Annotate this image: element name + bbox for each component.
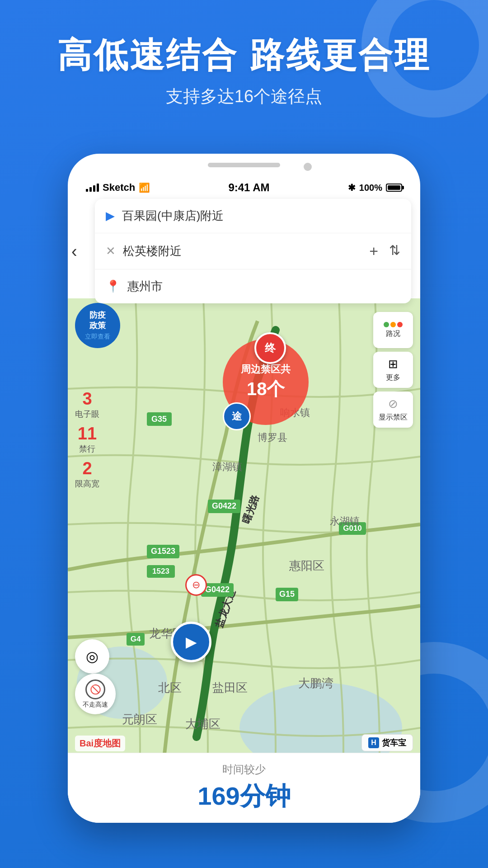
bottom-time: 169分钟: [197, 779, 290, 814]
svg-text:盐田区: 盐田区: [212, 681, 248, 694]
huochebao-icon: H: [368, 737, 379, 748]
huochebao-logo: H 货车宝: [361, 734, 413, 751]
layers-icon: ⊞: [388, 357, 398, 371]
svg-text:G4: G4: [131, 635, 141, 643]
traffic-label: 路况: [386, 329, 400, 339]
sub-headline: 支持多达16个途径点: [27, 85, 461, 108]
route-bar: ‹ ▶ 百果园(中康店)附近 ✕ 松英楼附近 + ⇅ 📍 惠州市: [95, 199, 411, 303]
svg-text:G0422: G0422: [212, 501, 236, 510]
waypoint-text: 松英楼附近: [123, 243, 362, 259]
antivirus-text: 防疫政策: [89, 310, 106, 331]
destination-row[interactable]: 📍 惠州市: [95, 269, 411, 303]
destination-icon: 📍: [106, 279, 120, 293]
no-expressway-label: 不走高速: [83, 701, 108, 709]
layers-label: 更多: [386, 373, 400, 382]
forbidden-zone-text: 周边禁区共: [241, 363, 291, 377]
no-expressway-button[interactable]: 🚫 不走高速: [75, 674, 116, 714]
antivirus-badge[interactable]: 防疫政策 立即查看: [75, 303, 120, 348]
stat-height: 2 限高宽: [75, 458, 99, 489]
svg-text:大埔区: 大埔区: [185, 717, 221, 731]
swap-button[interactable]: ⇅: [389, 242, 400, 260]
waypoint-marker: 途: [223, 402, 251, 430]
waypoint-icon: ✕: [106, 244, 116, 258]
svg-text:大鹏湾: 大鹏湾: [298, 676, 333, 690]
restricted-count: 11: [75, 424, 99, 444]
bluetooth-icon: ✱: [348, 182, 356, 193]
dot-orange: [390, 322, 396, 327]
cameras-count: 3: [75, 389, 99, 410]
cameras-label: 电子眼: [75, 410, 99, 420]
svg-text:漳湖镇: 漳湖镇: [212, 461, 242, 472]
back-button[interactable]: ‹: [71, 241, 77, 261]
height-label: 限高宽: [75, 479, 99, 489]
no-expressway-icon: 🚫: [85, 679, 105, 699]
svg-text:G1523: G1523: [151, 547, 175, 556]
location-button[interactable]: ◎: [75, 639, 109, 674]
route-input-container: ▶ 百果园(中康店)附近 ✕ 松英楼附近 + ⇅ 📍 惠州市: [95, 199, 411, 303]
status-right: ✱ 100%: [348, 182, 402, 193]
svg-text:元朗区: 元朗区: [122, 712, 157, 726]
layers-button[interactable]: ⊞ 更多: [373, 352, 413, 388]
bottom-bar: 时间较少 169分钟: [68, 753, 420, 823]
stat-cameras: 3 电子眼: [75, 389, 99, 419]
dot-red: [397, 322, 403, 327]
origin-text: 百果园(中康店)附近: [122, 208, 224, 224]
origin-icon: ▶: [106, 209, 115, 223]
stat-restricted: 11 禁行: [75, 424, 99, 454]
wifi-icon: 📶: [139, 182, 150, 193]
phone-camera: [304, 163, 312, 171]
svg-text:惠阳区: 惠阳区: [289, 559, 324, 572]
end-marker: 终: [254, 332, 286, 364]
origin-row[interactable]: ▶ 百果园(中康店)附近: [95, 199, 411, 233]
waypoint-row[interactable]: ✕ 松英楼附近 + ⇅: [95, 233, 411, 269]
navigate-button[interactable]: ▶: [171, 622, 211, 662]
bottom-tag: 时间较少: [222, 762, 266, 777]
restricted-label: 禁行: [75, 444, 99, 454]
restrict-sign: ⊖: [185, 574, 207, 596]
baidu-logo: Bai度地图: [75, 736, 125, 751]
status-bar: Sketch 📶 9:41 AM ✱ 100%: [68, 176, 420, 199]
carrier-label: Sketch: [103, 182, 135, 193]
end-label: 终: [265, 341, 276, 355]
forbidden-zone-count: 18个: [247, 376, 285, 401]
svg-text:G35: G35: [151, 415, 167, 424]
antivirus-link: 立即查看: [85, 333, 110, 341]
route-actions: + ⇅: [369, 242, 400, 260]
forbidden-icon: ⊘: [388, 397, 398, 411]
header-area: 高低速结合 路线更合理 支持多达16个途径点: [0, 36, 488, 108]
waypoint-label: 途: [232, 410, 242, 423]
phone-notch: [208, 163, 280, 167]
height-count: 2: [75, 458, 99, 479]
forbidden-zone-button[interactable]: ⊘ 显示禁区: [373, 392, 413, 428]
location-icon: ◎: [86, 648, 99, 665]
battery-percent: 100%: [359, 183, 382, 193]
destination-text: 惠州市: [127, 278, 163, 294]
traffic-dots: [384, 322, 403, 327]
svg-text:G15: G15: [279, 590, 295, 599]
phone-mockup: Sketch 📶 9:41 AM ✱ 100% ‹ ▶ 百果园(中康店)附近 ✕: [68, 154, 420, 823]
battery-icon: [386, 184, 402, 192]
signal-icon: [86, 184, 99, 192]
svg-text:博罗县: 博罗县: [258, 432, 287, 443]
svg-text:永湖镇: 永湖镇: [330, 515, 360, 527]
baidu-logo-text: Bai度地图: [75, 736, 125, 751]
status-time: 9:41 AM: [228, 181, 269, 194]
traffic-button[interactable]: 路况: [373, 312, 413, 348]
stats-panel: 3 电子眼 11 禁行 2 限高宽: [75, 335, 99, 489]
forbidden-label: 显示禁区: [379, 413, 408, 422]
svg-text:北区: 北区: [158, 681, 182, 694]
dot-green: [384, 322, 389, 327]
huochebao-text: 货车宝: [382, 737, 406, 748]
add-waypoint-button[interactable]: +: [369, 242, 378, 260]
map-right-panel: 路况 ⊞ 更多 ⊘ 显示禁区: [373, 312, 413, 428]
status-left: Sketch 📶: [86, 182, 150, 193]
svg-text:G0422: G0422: [205, 585, 230, 594]
svg-text:1523: 1523: [152, 567, 169, 576]
main-headline: 高低速结合 路线更合理: [27, 36, 461, 74]
map-area: 曙光路 盐龙大道 G35 G0422 G1523 G0422 G15: [68, 298, 420, 755]
